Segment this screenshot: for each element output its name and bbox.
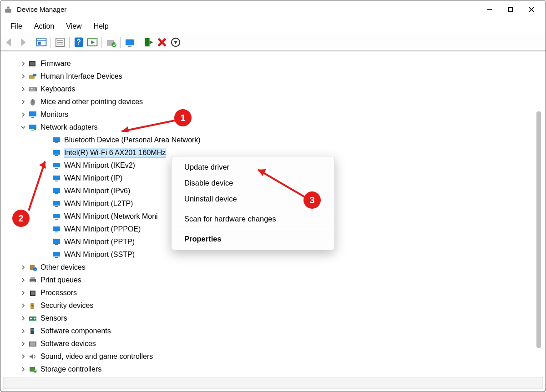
category-label: Keyboards xyxy=(40,85,76,94)
chevron-right-icon[interactable] xyxy=(19,301,28,310)
category-label: Security devices xyxy=(40,301,94,311)
svg-rect-65 xyxy=(53,252,60,256)
device-item[interactable]: WAN Miniport (SSTP) xyxy=(3,248,543,261)
svg-rect-54 xyxy=(55,181,58,181)
category-label: Sound, video and game controllers xyxy=(40,352,153,362)
svg-rect-36 xyxy=(31,88,32,89)
context-menu-item[interactable]: Disable device xyxy=(172,175,334,191)
network-icon xyxy=(28,123,38,132)
chevron-right-icon[interactable] xyxy=(19,314,28,323)
keyboard-icon xyxy=(28,85,38,94)
category-label: Other devices xyxy=(40,263,86,272)
category-keyboard[interactable]: Keyboards xyxy=(3,83,543,95)
chevron-right-icon[interactable] xyxy=(19,352,28,361)
close-button[interactable] xyxy=(521,0,542,19)
menu-action[interactable]: Action xyxy=(29,20,60,32)
chevron-right-icon[interactable] xyxy=(19,288,28,297)
context-menu-item[interactable]: Update driver xyxy=(172,159,334,175)
printer-icon xyxy=(28,276,38,285)
chevron-right-icon[interactable] xyxy=(19,97,28,106)
title-bar: Device Manager xyxy=(0,0,546,19)
menu-view[interactable]: View xyxy=(61,20,87,32)
network-adapter-icon xyxy=(51,174,61,183)
svg-rect-11 xyxy=(38,41,41,45)
minimize-button[interactable] xyxy=(479,0,500,19)
context-menu-item[interactable]: Properties xyxy=(172,231,334,247)
svg-rect-55 xyxy=(53,188,60,193)
svg-rect-53 xyxy=(53,176,60,180)
disable-device-button[interactable] xyxy=(170,36,182,48)
sensors-icon xyxy=(28,314,38,323)
chevron-right-icon[interactable] xyxy=(19,85,28,94)
category-label: Mice and other pointing devices xyxy=(40,97,143,107)
svg-rect-0 xyxy=(5,9,11,12)
scrollbar-thumb[interactable] xyxy=(536,111,541,348)
category-other[interactable]: ?Other devices xyxy=(3,261,543,274)
category-network[interactable]: Network adapters xyxy=(3,121,543,134)
enable-device-button[interactable] xyxy=(142,36,154,48)
category-monitor[interactable]: Monitors xyxy=(3,108,543,121)
menu-file[interactable]: File xyxy=(5,20,28,32)
category-swcomp[interactable]: Software components xyxy=(3,325,543,337)
svg-rect-50 xyxy=(55,155,58,156)
svg-rect-38 xyxy=(34,88,35,89)
category-mouse[interactable]: Mice and other pointing devices xyxy=(3,95,543,108)
chevron-right-icon[interactable] xyxy=(19,72,28,81)
category-storage[interactable]: Storage controllers xyxy=(3,363,543,374)
device-label: WAN Miniport (IKEv2) xyxy=(64,161,135,171)
show-hide-console-tree-button[interactable] xyxy=(35,36,47,48)
svg-rect-57 xyxy=(53,201,60,206)
svg-point-76 xyxy=(31,305,33,307)
svg-rect-42 xyxy=(29,111,36,116)
category-security[interactable]: Security devices xyxy=(3,299,543,312)
context-menu-item[interactable]: Scan for hardware changes xyxy=(172,211,334,227)
context-menu: Update driverDisable deviceUninstall dev… xyxy=(171,156,335,250)
svg-marker-29 xyxy=(174,41,177,44)
svg-rect-47 xyxy=(53,137,60,142)
menu-help[interactable]: Help xyxy=(88,20,114,32)
svg-rect-22 xyxy=(126,39,134,45)
update-driver-button[interactable] xyxy=(105,36,117,48)
context-menu-item[interactable]: Uninstall device xyxy=(172,191,334,207)
maximize-button[interactable] xyxy=(500,0,521,19)
vertical-scrollbar[interactable] xyxy=(536,57,542,373)
svg-rect-59 xyxy=(53,214,60,218)
chevron-right-icon[interactable] xyxy=(19,276,28,285)
properties-button[interactable] xyxy=(54,36,66,48)
category-label: Processors xyxy=(40,288,77,298)
category-cpu[interactable]: Processors xyxy=(3,286,543,299)
chevron-right-icon[interactable] xyxy=(19,110,28,119)
svg-rect-48 xyxy=(55,142,58,143)
category-hid[interactable]: Human Interface Devices xyxy=(3,70,543,83)
network-adapter-icon xyxy=(51,199,61,208)
scan-hardware-button[interactable] xyxy=(124,36,136,48)
svg-marker-8 xyxy=(21,38,25,46)
menu-bar: File Action View Help xyxy=(0,19,546,34)
chevron-right-icon[interactable] xyxy=(19,263,28,272)
action-button[interactable] xyxy=(86,36,98,48)
svg-rect-45 xyxy=(31,130,34,131)
category-sound[interactable]: Sound, video and game controllers xyxy=(3,350,543,363)
svg-point-46 xyxy=(34,127,36,130)
svg-rect-52 xyxy=(55,168,58,169)
help-button[interactable]: ? xyxy=(73,36,85,48)
security-icon xyxy=(28,301,38,310)
uninstall-device-button[interactable] xyxy=(156,36,168,48)
device-item[interactable]: Bluetooth Device (Personal Area Network) xyxy=(3,134,543,146)
category-swdev[interactable]: Software devices xyxy=(3,337,543,350)
chevron-down-icon[interactable] xyxy=(19,123,28,132)
category-printer[interactable]: Print queues xyxy=(3,274,543,286)
device-label: WAN Miniport (PPPOE) xyxy=(64,225,141,234)
other-icon: ? xyxy=(28,263,38,272)
chevron-right-icon[interactable] xyxy=(19,365,28,374)
chevron-right-icon[interactable] xyxy=(19,339,28,348)
chevron-right-icon[interactable] xyxy=(19,327,28,336)
chevron-right-icon[interactable] xyxy=(19,59,28,68)
device-label: Intel(R) Wi-Fi 6 AX201 160MHz xyxy=(64,148,166,158)
category-firmware[interactable]: Firmware xyxy=(3,57,543,70)
svg-rect-4 xyxy=(509,7,513,11)
category-sensors[interactable]: Sensors xyxy=(3,312,543,325)
swcomp-icon xyxy=(28,327,38,336)
toolbar: ? xyxy=(0,34,546,50)
category-label: Print queues xyxy=(40,276,81,285)
